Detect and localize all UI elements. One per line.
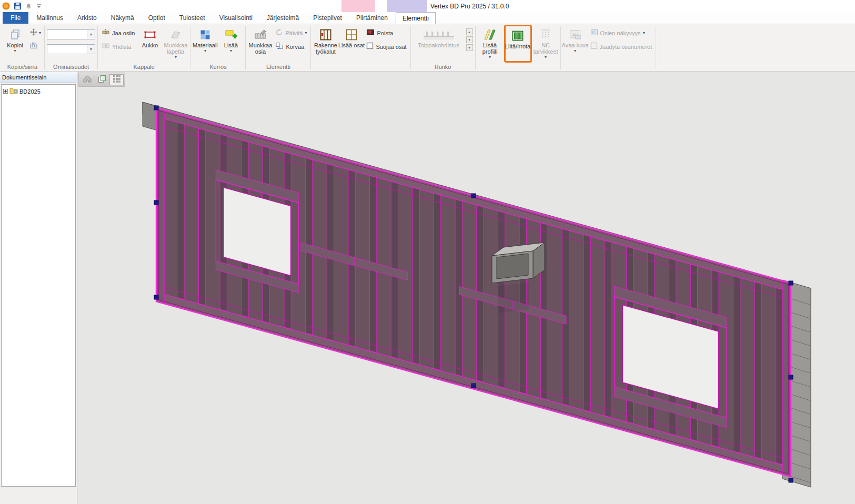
grid-icon bbox=[113, 75, 121, 85]
avaa-kuva-button[interactable]: Avaa kuva ▾ bbox=[563, 26, 588, 62]
edit-parts-icon bbox=[254, 27, 267, 42]
views-button[interactable] bbox=[95, 74, 109, 85]
ribbon-group-kerros: Materiaali ▾ Lisää ▾ Kerros bbox=[190, 25, 245, 71]
replace-icon bbox=[275, 42, 284, 52]
gallery-more-button[interactable]: ▾ bbox=[466, 44, 473, 51]
main-area: Dokumenttiselain BD2025 bbox=[0, 72, 855, 504]
property-select-2[interactable]: ▾ bbox=[47, 44, 95, 54]
add-layer-icon bbox=[224, 27, 238, 42]
group-label bbox=[312, 63, 409, 71]
spinner-down-button[interactable]: ▾ bbox=[466, 36, 473, 43]
panel-header: Dokumenttiselain bbox=[0, 72, 77, 83]
tab-optiot[interactable]: Optiot bbox=[142, 12, 172, 24]
rakenne-tyokalut-button[interactable]: Rakenne työkalut bbox=[313, 26, 338, 62]
notification-bell-icon[interactable] bbox=[25, 3, 32, 10]
grid-view-button[interactable] bbox=[109, 74, 124, 85]
selection-handle[interactable] bbox=[471, 384, 476, 388]
group-label: Elementti bbox=[247, 63, 309, 71]
save-icon[interactable] bbox=[14, 2, 22, 10]
viewport-scene[interactable] bbox=[77, 72, 855, 504]
ribbon-group-elementti-tyokalut: Rakenne työkalut Lisää osat Poista bbox=[311, 25, 410, 71]
tab-file[interactable]: File bbox=[3, 12, 28, 24]
aukko-button[interactable]: Aukko bbox=[137, 26, 162, 62]
group-separator bbox=[656, 26, 656, 69]
lisaa-profiili-button[interactable]: Lisää profiili ▾ bbox=[478, 26, 502, 62]
jaadyta-osanumerot-checkbox[interactable]: Jäädytä osanumerot bbox=[589, 41, 654, 52]
selection-handle[interactable] bbox=[471, 194, 476, 198]
window-title: Vertex BD Pro 2025 / 31.0.0 bbox=[430, 3, 509, 10]
tab-arkisto[interactable]: Arkisto bbox=[71, 12, 103, 24]
tree-item-label: BD2025 bbox=[19, 88, 41, 95]
muokkaa-lapetta-button[interactable]: Muokkaa lapetta ▾ bbox=[163, 26, 188, 62]
parts-visibility-icon bbox=[590, 28, 598, 38]
liita-irrota-button[interactable]: Liitä/irrota bbox=[506, 27, 530, 61]
chevron-down-icon: ▾ bbox=[574, 48, 576, 53]
lisaa-osat-button[interactable]: Lisää osat bbox=[339, 26, 364, 62]
context-tab-pink-block bbox=[341, 0, 375, 12]
split-icon bbox=[102, 28, 110, 38]
spinner-up-button[interactable]: ▴ bbox=[466, 28, 473, 35]
group-label: Kopioi/siirrä bbox=[2, 63, 43, 71]
liita-irrota-highlight-box: Liitä/irrota bbox=[504, 25, 532, 63]
tab-mallinnus[interactable]: Mallinnus bbox=[30, 12, 69, 24]
paivita-button[interactable]: Päivitä ▾ bbox=[274, 27, 308, 38]
tab-nakyma[interactable]: Näkymä bbox=[105, 12, 140, 24]
stud-alignment-icon bbox=[421, 27, 456, 42]
tolppakohdistus-button[interactable]: Tolppakohdistus bbox=[413, 26, 465, 62]
chevron-down-icon: ▾ bbox=[39, 31, 41, 35]
selection-handle[interactable] bbox=[789, 375, 793, 379]
jaa-osiin-button[interactable]: Jaa osiin bbox=[100, 27, 136, 38]
chevron-down-icon[interactable]: ▾ bbox=[87, 45, 95, 54]
camera-icon bbox=[29, 42, 38, 52]
kopioi-button[interactable]: Kopioi ▾ bbox=[3, 26, 27, 62]
korvaa-button[interactable]: Korvaa bbox=[274, 41, 308, 52]
lisaa-kerros-button[interactable]: Lisää ▾ bbox=[218, 26, 243, 62]
suojaa-osat-checkbox[interactable]: Suojaa osat bbox=[365, 41, 408, 52]
selection-handle[interactable] bbox=[789, 478, 793, 482]
add-parts-icon bbox=[345, 27, 358, 42]
group-label: Kappale bbox=[99, 63, 189, 71]
property-select-1[interactable]: ▾ bbox=[47, 29, 95, 39]
selection-handle[interactable] bbox=[154, 200, 158, 205]
stud bbox=[177, 123, 184, 300]
checkbox-icon bbox=[590, 42, 598, 51]
home-view-button[interactable] bbox=[80, 74, 94, 85]
osien-nakyvyys-button[interactable]: Osien näkyvyys ▾ bbox=[589, 27, 654, 38]
material-swatches-icon bbox=[199, 27, 212, 42]
toolbar-separator bbox=[46, 3, 46, 10]
tab-jarjestelma[interactable]: Järjestelmä bbox=[260, 12, 305, 24]
pages-icon bbox=[97, 75, 107, 85]
stud bbox=[776, 288, 783, 465]
delete-icon bbox=[366, 28, 375, 37]
move-button[interactable]: ▾ bbox=[28, 27, 42, 38]
document-tree: BD2025 bbox=[1, 84, 76, 487]
tree-item-bd2025[interactable]: BD2025 bbox=[2, 85, 75, 96]
customize-toolbar-icon[interactable] bbox=[36, 3, 42, 9]
selection-handle[interactable] bbox=[154, 295, 158, 299]
nc-tarvikkeet-button[interactable]: NC tarvikkeet ▾ bbox=[534, 26, 558, 62]
viewport[interactable] bbox=[77, 72, 855, 504]
chevron-down-icon[interactable]: ▾ bbox=[87, 30, 95, 39]
selection-handle[interactable] bbox=[789, 281, 793, 285]
expand-plus-icon[interactable] bbox=[3, 88, 8, 95]
selection-handle[interactable] bbox=[154, 106, 158, 110]
ribbon-group-ominaisuudet: ▾ ▾ Ominaisuudet bbox=[45, 25, 97, 71]
folder-icon bbox=[9, 87, 18, 96]
add-profile-icon bbox=[483, 27, 497, 42]
app-logo-icon[interactable] bbox=[2, 2, 10, 10]
yhdista-button[interactable]: Yhdistä bbox=[100, 41, 136, 52]
tab-elementti[interactable]: Elementti bbox=[396, 12, 436, 24]
tab-pistepilvet[interactable]: Pistepilvet bbox=[307, 12, 348, 24]
materiaali-button[interactable]: Materiaali ▾ bbox=[193, 26, 217, 62]
tab-visualisointi[interactable]: Visualisointi bbox=[213, 12, 259, 24]
copy-image-button[interactable] bbox=[28, 41, 42, 52]
tab-piirtaminen[interactable]: Piirtäminen bbox=[350, 12, 394, 24]
group-label: Runko bbox=[412, 63, 474, 71]
muokkaa-osia-button[interactable]: Muokkaa osia bbox=[248, 26, 273, 62]
move-icon bbox=[29, 28, 38, 38]
poista-button[interactable]: Poista bbox=[365, 27, 408, 38]
title-bar: Vertex BD Pro 2025 / 31.0.0 bbox=[0, 0, 855, 12]
roof-plane-icon bbox=[169, 27, 182, 42]
tab-tulosteet[interactable]: Tulosteet bbox=[173, 12, 212, 24]
home-icon bbox=[83, 75, 92, 85]
